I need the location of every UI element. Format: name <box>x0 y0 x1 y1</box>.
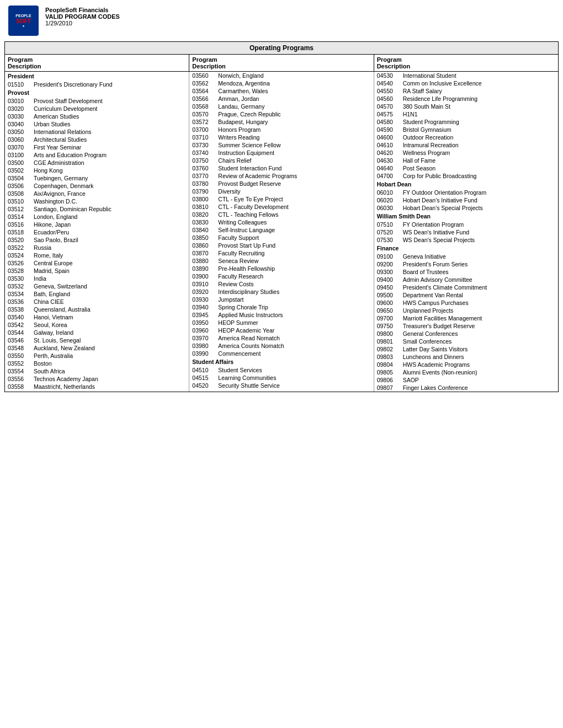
program-description: Santiago, Dominican Republic <box>33 206 189 212</box>
program-description: Hong Kong <box>33 167 189 174</box>
program-number: 03850 <box>189 234 217 241</box>
program-number: 03060 <box>5 136 33 143</box>
program-description: WS Dean's Initiative Fund <box>402 229 558 235</box>
list-item: 04590Bristol Gymnasium <box>374 126 558 133</box>
program-description: Boston <box>33 360 189 367</box>
col1-header: Program Description <box>5 55 189 71</box>
list-item: 09801Small Conferences <box>374 338 558 345</box>
program-description: H1N1 <box>402 111 558 117</box>
list-item: 03010Provost Staff Development <box>5 97 189 105</box>
program-number: 04550 <box>374 88 402 94</box>
program-number: 03506 <box>5 183 33 189</box>
program-number: 03930 <box>189 296 217 303</box>
program-description: Hobart Dean's Initiative Fund <box>402 197 558 204</box>
program-description: CTL - Faculty Development <box>217 204 373 210</box>
section-header: Provost <box>5 88 189 97</box>
program-number: 03870 <box>189 250 217 256</box>
program-description: Student Programming <box>402 119 558 125</box>
program-number: 04640 <box>374 165 402 172</box>
list-item: 03900Faculty Research <box>189 272 373 280</box>
list-item: 09600HWS Campus Purchases <box>374 299 558 307</box>
program-description: Outdoor Recreation <box>402 134 558 141</box>
program-number: 09801 <box>374 338 402 345</box>
list-item: 03528Madrid, Spain <box>5 267 189 275</box>
program-description: General Conferences <box>402 330 558 337</box>
program-number: 03740 <box>189 149 217 156</box>
list-item: 03508Aix/Avignon, France <box>5 190 189 197</box>
program-number: 03790 <box>189 188 217 195</box>
program-number: 04520 <box>189 382 217 389</box>
program-number: 03010 <box>5 98 33 104</box>
list-item: 03770Review of Academic Programs <box>189 172 373 180</box>
program-number: 03532 <box>5 283 33 290</box>
list-item: 04560Residence Life Programming <box>374 95 558 103</box>
program-number: 09300 <box>374 269 402 275</box>
program-description: Student Interaction Fund <box>217 165 373 172</box>
program-description: Faculty Support <box>217 234 373 241</box>
list-item: 03518Ecuador/Peru <box>5 228 189 236</box>
program-number: 03540 <box>5 314 33 320</box>
program-number: 09807 <box>374 384 402 391</box>
program-number: 09800 <box>374 330 402 337</box>
program-description: Corp for Public Broadcasting <box>402 173 558 179</box>
program-description: Learning Communities <box>217 374 373 381</box>
program-description: Faculty Recruiting <box>217 250 373 256</box>
program-number: 03502 <box>5 167 33 174</box>
list-item: 03558Maastricht, Netherlands <box>5 383 189 390</box>
list-item: 03020Curriculum Development <box>5 105 189 113</box>
program-description: Intramural Recreation <box>402 142 558 148</box>
program-description: London, England <box>33 213 189 220</box>
program-description: Writing Colleagues <box>217 219 373 226</box>
list-item: 03542Seoul, Korea <box>5 321 189 329</box>
program-number: 03890 <box>189 265 217 272</box>
program-number: 03750 <box>189 157 217 164</box>
list-item: 03564Carmarthen, Wales <box>189 87 373 95</box>
list-item: 09100Geneva Initiative <box>374 253 558 260</box>
program-number: 03570 <box>189 111 217 117</box>
program-description: Perth, Australia <box>33 352 189 359</box>
program-description: Treasurer's Budget Reserve <box>402 323 558 329</box>
program-description: America Counts Nomatch <box>217 342 373 349</box>
list-item: 03760Student Interaction Fund <box>189 164 373 172</box>
program-number: 03730 <box>189 142 217 148</box>
program-description: HWS Campus Purchases <box>402 299 558 306</box>
list-item: 04510Student Services <box>189 366 373 374</box>
list-item: 03060Architectural Studies <box>5 136 189 143</box>
list-item: 03030American Studies <box>5 113 189 120</box>
program-number: 03542 <box>5 322 33 328</box>
program-description: Seoul, Korea <box>33 322 189 328</box>
program-description: Arts and Education Program <box>33 152 189 158</box>
list-item: 03940Spring Chorale Trip <box>189 303 373 311</box>
section-header: President <box>5 72 189 81</box>
list-item: 04570380 South Main St <box>374 103 558 110</box>
list-item: 03510Washington D.C. <box>5 197 189 205</box>
list-item: 03522Russia <box>5 244 189 251</box>
program-description: Provost Budget Reserve <box>217 180 373 187</box>
list-item: 03546St. Louis, Senegal <box>5 336 189 344</box>
program-number: 09100 <box>374 253 402 260</box>
list-item: 03945Applied Music Instructors <box>189 311 373 319</box>
list-item: 03512Santiago, Dominican Republic <box>5 205 189 213</box>
program-number: 03030 <box>5 113 33 120</box>
program-number: 03970 <box>189 335 217 341</box>
program-number: 03980 <box>189 342 217 349</box>
section-title: Operating Programs <box>5 42 558 55</box>
list-item: 03552Boston <box>5 360 189 367</box>
program-number: 04540 <box>374 80 402 87</box>
program-number: 04530 <box>374 72 402 79</box>
list-item: 07510FY Orientation Program <box>374 221 558 228</box>
list-item: 09802Latter Day Saints Visitors <box>374 345 558 353</box>
list-item: 04640Post Season <box>374 164 558 172</box>
program-description: President's Discretionary Fund <box>33 81 189 88</box>
program-description: Faculty Research <box>217 273 373 280</box>
main-content: Operating Programs Program Description P… <box>4 41 559 392</box>
program-number: 03520 <box>5 237 33 243</box>
list-item: 04520Security Shuttle Service <box>189 382 373 389</box>
program-description: American Studies <box>33 113 189 120</box>
report-title: VALID PROGRAM CODES <box>45 13 120 20</box>
list-item: 03820CTL - Teaching Fellows <box>189 211 373 218</box>
program-number: 03940 <box>189 304 217 311</box>
list-item: 03548Auckland, New Zealand <box>5 344 189 352</box>
col3-header: Program Description <box>374 55 558 71</box>
program-description: Bath, England <box>33 291 189 297</box>
